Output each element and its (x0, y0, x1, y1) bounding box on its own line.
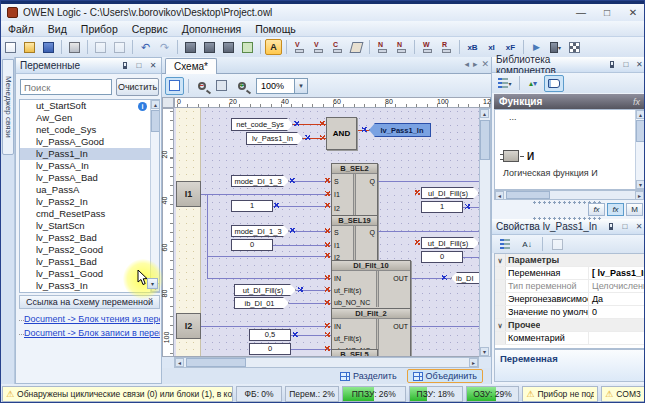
input-tag[interactable]: net_code_Sys (231, 118, 293, 131)
title-bar[interactable]: OWEN Logic - C:\Users\v.borovikov\Deskto… (1, 4, 645, 21)
cyclic-warning-segment[interactable]: ⚠ Обнаружены циклические связи (0) или б… (2, 386, 233, 402)
scroll-right-icon[interactable]: ▸ (469, 358, 478, 367)
bool-conv-button[interactable]: xB (464, 39, 481, 55)
zoom-fit-button[interactable] (212, 77, 231, 95)
insert-input-var-button[interactable]: V (291, 39, 308, 55)
tab-close-icon[interactable]: ✕ (481, 59, 489, 69)
output-tag-clipped[interactable]: ib_DI (451, 272, 479, 284)
menu-service[interactable]: Сервис (125, 23, 175, 35)
scroll-right-icon[interactable]: ▸ (635, 191, 644, 200)
insert-net-in-button[interactable]: N (374, 39, 391, 55)
simulation-button[interactable] (220, 39, 237, 55)
categorized-view-button[interactable] (495, 236, 515, 253)
device-memory-button[interactable] (201, 39, 218, 55)
category-row[interactable]: ∨Параметры (495, 254, 644, 267)
alphabetical-sort-button[interactable]: А↓ (517, 236, 537, 253)
constant[interactable]: 0 (249, 343, 291, 355)
property-row[interactable]: ЭнергонезависимостьДа (495, 293, 644, 306)
scroll-left-icon[interactable]: ◂ (175, 358, 184, 367)
output-tag-selected[interactable]: lv_Pass1_In (369, 123, 431, 137)
variables-scrollbar[interactable]: ▴ ▾ (150, 100, 159, 292)
sort-button[interactable]: ▴▾ (523, 75, 543, 92)
pin-button[interactable] (607, 59, 618, 71)
library-scrollbar[interactable]: ▴ ▾ (635, 110, 644, 189)
output-tag[interactable]: ul_DI_Fill(s) (421, 187, 479, 199)
close-panel-button[interactable]: ✕ (634, 59, 645, 71)
open-file-button[interactable] (21, 39, 38, 55)
scroll-thumb[interactable] (480, 120, 490, 160)
canvas-vertical-scrollbar[interactable]: ▴ ▾ (479, 108, 491, 357)
property-pages-button[interactable] (547, 236, 567, 253)
redo-button[interactable]: ↷ (156, 39, 173, 55)
input-block-i1[interactable]: I1 (176, 181, 201, 207)
input-block-i2[interactable]: I2 (176, 313, 201, 339)
input-tag[interactable]: ut_DI_Fill(s) (234, 284, 296, 296)
browse-button[interactable] (544, 75, 564, 92)
tab-scroll-right-icon[interactable]: ▸ (473, 59, 478, 69)
screens-button[interactable] (239, 39, 256, 55)
undo-button[interactable]: ↶ (137, 39, 154, 55)
insert-output-var-button[interactable]: V (310, 39, 327, 55)
copy-button[interactable] (92, 39, 109, 55)
scheme-link-read[interactable]: Document -> Блок чтения из переменн (24, 314, 160, 326)
input-tag[interactable]: mode_DI_1_3 (231, 175, 289, 187)
insert-net-out-button[interactable]: N (393, 39, 410, 55)
eraser-button[interactable] (348, 39, 365, 55)
insert-const-button[interactable]: C (329, 39, 346, 55)
menu-device[interactable]: Прибор (74, 23, 125, 35)
bsel5-block[interactable]: B_SEL5 (331, 349, 378, 357)
variable-item[interactable]: Aw_Gen (20, 112, 159, 124)
view-mode-button[interactable]: ▾ (495, 75, 515, 92)
variable-item[interactable]: cmd_ResetPass (20, 208, 159, 220)
device-config-button[interactable] (182, 39, 199, 55)
constant[interactable]: 0 (421, 251, 463, 263)
variable-item[interactable]: lv_Pass1_Bad (20, 256, 159, 268)
constant[interactable]: 0,5 (249, 329, 291, 341)
difilt10-block[interactable]: DI_Filt_10 IN ut_Filt(s) ub_NO_NC OUT (331, 260, 411, 309)
zoom-in-button[interactable]: + (232, 77, 251, 95)
scroll-up-icon[interactable]: ▴ (480, 109, 489, 118)
maximize-panel-button[interactable]: □ (620, 59, 631, 71)
com-port-segment[interactable]: ⚠ COM3 (601, 386, 645, 402)
grid-toggle-button[interactable] (165, 77, 184, 95)
menu-help[interactable]: Помощь (248, 23, 303, 35)
variable-item-selected[interactable]: lv_Pass1_In (20, 148, 159, 160)
scroll-up-icon[interactable]: ▴ (151, 100, 160, 109)
property-row[interactable]: Переменная[ lv_Pass1_In ] (495, 267, 644, 280)
tab-functions[interactable]: fx (588, 203, 605, 216)
maximize-button[interactable]: □ (594, 5, 620, 20)
schema-canvas[interactable]: I1 I2 net_code_Sys lv_Pass1_In AND lv_Pa… (174, 108, 479, 357)
maximize-panel-button[interactable]: □ (619, 221, 631, 233)
variable-item[interactable]: lv_PassA_Bad (20, 172, 159, 184)
constant[interactable]: 1 (421, 201, 463, 213)
paste-button[interactable] (111, 39, 128, 55)
clear-search-button[interactable]: Очистить (116, 78, 159, 96)
and-block[interactable]: AND (326, 117, 357, 150)
library-item-name[interactable]: И (527, 151, 534, 162)
scroll-left-icon[interactable]: ◂ (495, 191, 504, 200)
tab-macros[interactable]: M (626, 203, 643, 216)
variable-item[interactable]: lv_Pass1_Good (20, 268, 159, 280)
tab-schema[interactable]: Схема* (165, 58, 217, 74)
scroll-thumb[interactable] (506, 191, 550, 199)
library-horizontal-scrollbar[interactable]: ◂ ▸ (494, 190, 645, 200)
text-mode-button[interactable]: A (265, 39, 282, 55)
variable-item[interactable]: lv_Pass3_In (20, 280, 159, 292)
variable-dropdown-button[interactable]: ▾ (147, 278, 158, 289)
input-tag[interactable]: lv_Pass1_In (246, 132, 303, 145)
tab-function-blocks[interactable]: fx (607, 203, 624, 216)
library-ellipsis-item[interactable]: ... (495, 110, 644, 122)
split-button[interactable]: Разделить (334, 369, 403, 383)
close-button[interactable]: ✕ (620, 5, 645, 20)
scroll-up-icon[interactable]: ▴ (636, 110, 645, 119)
variable-item[interactable]: lv_PassA_Good (20, 136, 159, 148)
menu-file[interactable]: Файл (1, 23, 41, 35)
canvas-horizontal-scrollbar[interactable]: ◂ ▸ (174, 357, 479, 368)
device-status-segment[interactable]: ⚠ Прибор не подключен (522, 386, 598, 402)
output-tag[interactable]: ut_DI_Fill(s) (421, 237, 479, 249)
menu-addons[interactable]: Дополнения (175, 23, 248, 35)
variable-item[interactable]: lv_StartScn (20, 220, 159, 232)
scroll-thumb[interactable] (151, 110, 160, 132)
tab-scroll-left-icon[interactable]: ◂ (464, 59, 469, 69)
variable-item[interactable]: lv_Pass2_In (20, 196, 159, 208)
